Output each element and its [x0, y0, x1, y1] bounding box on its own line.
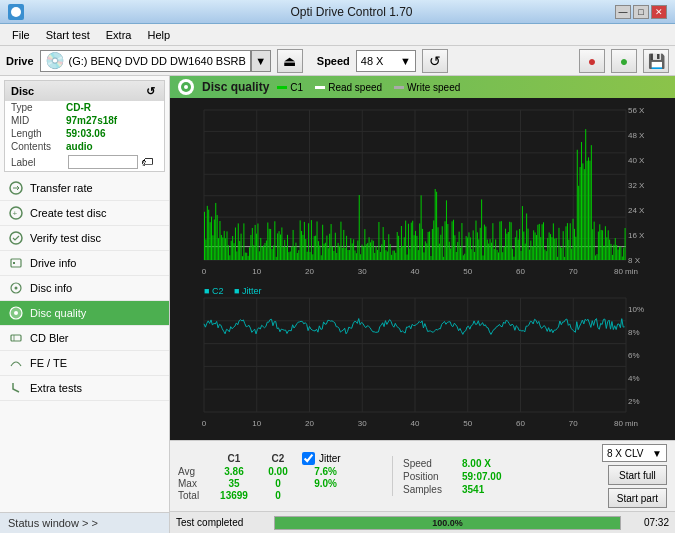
contents-label: Contents — [11, 141, 66, 152]
status-window-label: Status window > > — [8, 517, 98, 529]
position-key: Position — [403, 471, 458, 482]
svg-point-7 — [15, 287, 18, 290]
disc-quality-icon — [8, 305, 24, 321]
nav-disc-quality[interactable]: Disc quality — [0, 301, 169, 326]
drive-info-icon — [8, 255, 24, 271]
menu-help[interactable]: Help — [139, 27, 178, 43]
menu-extra[interactable]: Extra — [98, 27, 140, 43]
sidebar: Disc ↺ Type CD-R MID 97m27s18f Length 59… — [0, 76, 170, 533]
disc-section-label: Disc — [11, 85, 34, 97]
disc-label-input[interactable] — [68, 155, 138, 169]
svg-rect-4 — [11, 259, 21, 267]
disc-quality-title: Disc quality — [202, 80, 269, 94]
start-full-button[interactable]: Start full — [608, 465, 667, 485]
nav-verify-test-disc[interactable]: Verify test disc — [0, 226, 169, 251]
disc-panel: Disc ↺ Type CD-R MID 97m27s18f Length 59… — [4, 80, 165, 172]
fe-te-icon — [8, 355, 24, 371]
menu-file[interactable]: File — [4, 27, 38, 43]
charts-area — [170, 98, 675, 440]
drive-dropdown-button[interactable]: ▼ — [251, 50, 271, 72]
svg-rect-5 — [13, 262, 15, 264]
svg-text:+: + — [13, 209, 18, 218]
avg-jitter: 7.6% — [302, 466, 337, 477]
nav-create-test-disc-label: Create test disc — [30, 207, 106, 219]
statusbar: Test completed 100.0% 07:32 — [170, 511, 675, 533]
stats-table: C1 C2 Jitter Avg 3.86 0.00 7.6% Max 35 — [178, 452, 382, 501]
speed-combo[interactable]: 8 X CLV▼ — [602, 444, 667, 462]
drivebar: Drive 💿 (G:) BENQ DVD DD DW1640 BSRB ▼ ⏏… — [0, 46, 675, 76]
disc-quality-icon-header — [178, 79, 194, 95]
total-c2: 0 — [258, 490, 298, 501]
maximize-button[interactable]: □ — [633, 5, 649, 19]
type-value: CD-R — [66, 102, 91, 113]
nav-transfer-rate-label: Transfer rate — [30, 182, 93, 194]
nav-drive-info-label: Drive info — [30, 257, 76, 269]
menu-start-test[interactable]: Start test — [38, 27, 98, 43]
nav-transfer-rate[interactable]: Transfer rate — [0, 176, 169, 201]
disc-quality-header: Disc quality C1 Read speed Write speed — [170, 76, 675, 98]
nav-drive-info[interactable]: Drive info — [0, 251, 169, 276]
jitter-checkbox[interactable] — [302, 452, 315, 465]
close-button[interactable]: ✕ — [651, 5, 667, 19]
samples-value: 3541 — [462, 484, 484, 495]
mid-label: MID — [11, 115, 66, 126]
c2-header: C2 — [258, 453, 298, 464]
type-label: Type — [11, 102, 66, 113]
nav-disc-quality-label: Disc quality — [30, 307, 86, 319]
max-c2: 0 — [258, 478, 298, 489]
position-value: 59:07.00 — [462, 471, 501, 482]
disc-refresh-icon[interactable]: ↺ — [142, 83, 158, 99]
avg-label: Avg — [178, 466, 210, 477]
contents-value: audio — [66, 141, 93, 152]
red-button[interactable]: ● — [579, 49, 605, 73]
time-text: 07:32 — [629, 517, 669, 528]
max-c1: 35 — [214, 478, 254, 489]
cd-bler-icon — [8, 330, 24, 346]
action-section: 8 X CLV▼ Start full Start part — [602, 444, 667, 508]
drive-label: Drive — [6, 55, 34, 67]
jitter-label: Jitter — [319, 453, 341, 464]
legend-read-speed: Read speed — [328, 82, 382, 93]
c1-chart-container — [174, 102, 671, 282]
titlebar: Opti Drive Control 1.70 — □ ✕ — [0, 0, 675, 24]
eject-button[interactable]: ⏏ — [277, 49, 303, 73]
content-area: Disc quality C1 Read speed Write speed — [170, 76, 675, 533]
c2-chart — [174, 284, 671, 434]
mid-value: 97m27s18f — [66, 115, 117, 126]
length-label: Length — [11, 128, 66, 139]
drive-select[interactable]: 💿 (G:) BENQ DVD DD DW1640 BSRB — [40, 50, 251, 72]
green-button[interactable]: ● — [611, 49, 637, 73]
speed-key: Speed — [403, 458, 458, 469]
total-c1: 13699 — [214, 490, 254, 501]
main-layout: Disc ↺ Type CD-R MID 97m27s18f Length 59… — [0, 76, 675, 533]
speed-select[interactable]: 48 X▼ — [356, 50, 416, 72]
total-label: Total — [178, 490, 210, 501]
menubar: File Start test Extra Help — [0, 24, 675, 46]
app-title: Opti Drive Control 1.70 — [88, 5, 615, 19]
nav-disc-info[interactable]: Disc info — [0, 276, 169, 301]
stats-bar: C1 C2 Jitter Avg 3.86 0.00 7.6% Max 35 — [170, 440, 675, 511]
max-label: Max — [178, 478, 210, 489]
nav-extra-tests-label: Extra tests — [30, 382, 82, 394]
disc-label-label: Label — [11, 157, 66, 168]
legend-write-speed: Write speed — [407, 82, 460, 93]
c2-chart-container — [174, 284, 671, 434]
c1-chart — [174, 102, 671, 282]
c1-header: C1 — [214, 453, 254, 464]
extra-tests-icon — [8, 380, 24, 396]
refresh-button[interactable]: ↺ — [422, 49, 448, 73]
minimize-button[interactable]: — — [615, 5, 631, 19]
svg-point-13 — [184, 85, 188, 89]
svg-point-9 — [14, 311, 18, 315]
nav-fe-te[interactable]: FE / TE — [0, 351, 169, 376]
status-window-button[interactable]: Status window > > — [0, 512, 169, 533]
nav-extra-tests[interactable]: Extra tests — [0, 376, 169, 401]
nav-create-test-disc[interactable]: + Create test disc — [0, 201, 169, 226]
speed-label: Speed — [317, 55, 350, 67]
status-text: Test completed — [176, 517, 266, 528]
start-part-button[interactable]: Start part — [608, 488, 667, 508]
legend-c1: C1 — [290, 82, 303, 93]
nav-cd-bler[interactable]: CD Bler — [0, 326, 169, 351]
save-button[interactable]: 💾 — [643, 49, 669, 73]
disc-label-icon[interactable]: 🏷 — [141, 155, 157, 169]
